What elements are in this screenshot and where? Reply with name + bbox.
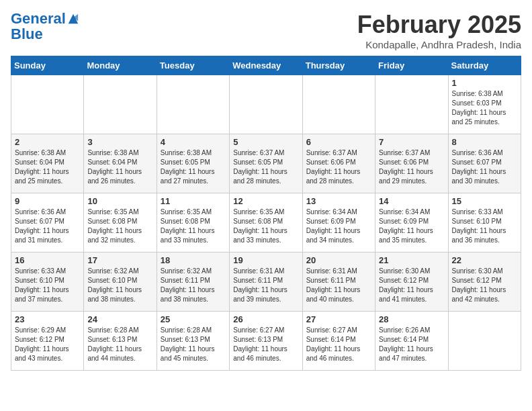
day-number: 5: [233, 137, 298, 147]
month-title: February 2025: [357, 11, 521, 39]
day-number: 15: [452, 196, 517, 206]
day-info: Sunrise: 6:38 AM Sunset: 6:05 PM Dayligh…: [161, 148, 226, 186]
calendar-cell: 4Sunrise: 6:38 AM Sunset: 6:05 PM Daylig…: [157, 134, 229, 193]
col-header-sunday: Sunday: [11, 56, 84, 75]
calendar-cell: 26Sunrise: 6:27 AM Sunset: 6:13 PM Dayli…: [230, 312, 302, 371]
day-number: 22: [452, 255, 517, 265]
calendar-cell: 2Sunrise: 6:38 AM Sunset: 6:04 PM Daylig…: [11, 134, 84, 193]
calendar-cell: 21Sunrise: 6:30 AM Sunset: 6:12 PM Dayli…: [375, 253, 448, 312]
day-number: 2: [15, 137, 80, 147]
calendar-cell: 22Sunrise: 6:30 AM Sunset: 6:12 PM Dayli…: [448, 253, 521, 312]
day-number: 17: [87, 255, 152, 265]
calendar-header-row: SundayMondayTuesdayWednesdayThursdayFrid…: [11, 56, 521, 75]
day-number: 16: [15, 255, 80, 265]
calendar-cell: 16Sunrise: 6:33 AM Sunset: 6:10 PM Dayli…: [11, 253, 84, 312]
calendar-cell: 9Sunrise: 6:36 AM Sunset: 6:07 PM Daylig…: [11, 193, 84, 253]
day-info: Sunrise: 6:30 AM Sunset: 6:12 PM Dayligh…: [379, 267, 444, 304]
calendar-cell: 12Sunrise: 6:35 AM Sunset: 6:08 PM Dayli…: [230, 193, 302, 253]
page-header: General Blue February 2025 Kondapalle, A…: [11, 11, 521, 50]
day-info: Sunrise: 6:36 AM Sunset: 6:07 PM Dayligh…: [452, 148, 517, 186]
title-block: February 2025 Kondapalle, Andhra Pradesh…: [357, 11, 521, 50]
day-info: Sunrise: 6:34 AM Sunset: 6:09 PM Dayligh…: [379, 208, 444, 245]
day-number: 11: [161, 196, 226, 206]
logo-text: General: [11, 11, 66, 27]
col-header-saturday: Saturday: [448, 56, 521, 75]
calendar-week-4: 23Sunrise: 6:29 AM Sunset: 6:12 PM Dayli…: [11, 312, 521, 371]
calendar-week-2: 9Sunrise: 6:36 AM Sunset: 6:07 PM Daylig…: [11, 193, 521, 253]
day-number: 6: [306, 137, 371, 147]
logo: General Blue: [11, 11, 79, 42]
day-number: 20: [306, 255, 371, 265]
day-number: 9: [15, 196, 80, 206]
day-info: Sunrise: 6:31 AM Sunset: 6:11 PM Dayligh…: [233, 267, 298, 304]
day-info: Sunrise: 6:37 AM Sunset: 6:06 PM Dayligh…: [306, 148, 371, 186]
calendar-cell: 3Sunrise: 6:38 AM Sunset: 6:04 PM Daylig…: [84, 134, 157, 193]
day-info: Sunrise: 6:27 AM Sunset: 6:13 PM Dayligh…: [233, 326, 298, 363]
calendar-cell: [375, 75, 448, 134]
col-header-thursday: Thursday: [302, 56, 375, 75]
day-number: 12: [233, 196, 298, 206]
day-number: 7: [379, 137, 444, 147]
calendar-cell: 10Sunrise: 6:35 AM Sunset: 6:08 PM Dayli…: [84, 193, 157, 253]
calendar-cell: 25Sunrise: 6:28 AM Sunset: 6:13 PM Dayli…: [157, 312, 229, 371]
day-number: 23: [15, 314, 80, 324]
day-info: Sunrise: 6:38 AM Sunset: 6:04 PM Dayligh…: [87, 148, 152, 186]
calendar-cell: 20Sunrise: 6:31 AM Sunset: 6:11 PM Dayli…: [302, 253, 375, 312]
calendar-cell: 1Sunrise: 6:38 AM Sunset: 6:03 PM Daylig…: [448, 75, 521, 134]
day-info: Sunrise: 6:28 AM Sunset: 6:13 PM Dayligh…: [161, 326, 226, 363]
calendar-week-1: 2Sunrise: 6:38 AM Sunset: 6:04 PM Daylig…: [11, 134, 521, 193]
calendar-cell: 28Sunrise: 6:26 AM Sunset: 6:14 PM Dayli…: [375, 312, 448, 371]
calendar-cell: [11, 75, 84, 134]
logo-icon: [67, 13, 79, 25]
location-subtitle: Kondapalle, Andhra Pradesh, India: [357, 39, 521, 50]
calendar-cell: 19Sunrise: 6:31 AM Sunset: 6:11 PM Dayli…: [230, 253, 302, 312]
day-info: Sunrise: 6:26 AM Sunset: 6:14 PM Dayligh…: [379, 326, 444, 363]
day-number: 28: [379, 314, 444, 324]
day-number: 21: [379, 255, 444, 265]
calendar-cell: 24Sunrise: 6:28 AM Sunset: 6:13 PM Dayli…: [84, 312, 157, 371]
calendar-cell: 27Sunrise: 6:27 AM Sunset: 6:14 PM Dayli…: [302, 312, 375, 371]
calendar-cell: 18Sunrise: 6:32 AM Sunset: 6:11 PM Dayli…: [157, 253, 229, 312]
day-number: 3: [87, 137, 152, 147]
col-header-tuesday: Tuesday: [157, 56, 229, 75]
col-header-wednesday: Wednesday: [230, 56, 302, 75]
day-number: 13: [306, 196, 371, 206]
day-number: 14: [379, 196, 444, 206]
day-info: Sunrise: 6:32 AM Sunset: 6:10 PM Dayligh…: [87, 267, 152, 304]
day-number: 1: [452, 78, 517, 88]
day-number: 18: [161, 255, 226, 265]
day-number: 19: [233, 255, 298, 265]
day-info: Sunrise: 6:37 AM Sunset: 6:06 PM Dayligh…: [379, 148, 444, 186]
calendar-cell: [448, 312, 521, 371]
day-number: 25: [161, 314, 226, 324]
calendar-cell: [84, 75, 157, 134]
calendar-cell: [230, 75, 302, 134]
calendar-cell: 15Sunrise: 6:33 AM Sunset: 6:10 PM Dayli…: [448, 193, 521, 253]
day-info: Sunrise: 6:32 AM Sunset: 6:11 PM Dayligh…: [161, 267, 226, 304]
col-header-monday: Monday: [84, 56, 157, 75]
day-info: Sunrise: 6:38 AM Sunset: 6:03 PM Dayligh…: [452, 89, 517, 127]
calendar-cell: 5Sunrise: 6:37 AM Sunset: 6:05 PM Daylig…: [230, 134, 302, 193]
day-info: Sunrise: 6:30 AM Sunset: 6:12 PM Dayligh…: [452, 267, 517, 304]
day-number: 26: [233, 314, 298, 324]
day-info: Sunrise: 6:35 AM Sunset: 6:08 PM Dayligh…: [161, 208, 226, 245]
day-info: Sunrise: 6:38 AM Sunset: 6:04 PM Dayligh…: [15, 148, 80, 186]
col-header-friday: Friday: [375, 56, 448, 75]
calendar-cell: 17Sunrise: 6:32 AM Sunset: 6:10 PM Dayli…: [84, 253, 157, 312]
day-info: Sunrise: 6:33 AM Sunset: 6:10 PM Dayligh…: [452, 208, 517, 245]
calendar-cell: [157, 75, 229, 134]
calendar-cell: 8Sunrise: 6:36 AM Sunset: 6:07 PM Daylig…: [448, 134, 521, 193]
day-info: Sunrise: 6:29 AM Sunset: 6:12 PM Dayligh…: [15, 326, 80, 363]
calendar-table: SundayMondayTuesdayWednesdayThursdayFrid…: [11, 56, 521, 371]
day-number: 10: [87, 196, 152, 206]
calendar-week-0: 1Sunrise: 6:38 AM Sunset: 6:03 PM Daylig…: [11, 75, 521, 134]
day-info: Sunrise: 6:35 AM Sunset: 6:08 PM Dayligh…: [87, 208, 152, 245]
day-info: Sunrise: 6:37 AM Sunset: 6:05 PM Dayligh…: [233, 148, 298, 186]
calendar-cell: 13Sunrise: 6:34 AM Sunset: 6:09 PM Dayli…: [302, 193, 375, 253]
day-info: Sunrise: 6:27 AM Sunset: 6:14 PM Dayligh…: [306, 326, 371, 363]
day-info: Sunrise: 6:31 AM Sunset: 6:11 PM Dayligh…: [306, 267, 371, 304]
calendar-week-3: 16Sunrise: 6:33 AM Sunset: 6:10 PM Dayli…: [11, 253, 521, 312]
day-info: Sunrise: 6:34 AM Sunset: 6:09 PM Dayligh…: [306, 208, 371, 245]
calendar-cell: 6Sunrise: 6:37 AM Sunset: 6:06 PM Daylig…: [302, 134, 375, 193]
day-info: Sunrise: 6:33 AM Sunset: 6:10 PM Dayligh…: [15, 267, 80, 304]
